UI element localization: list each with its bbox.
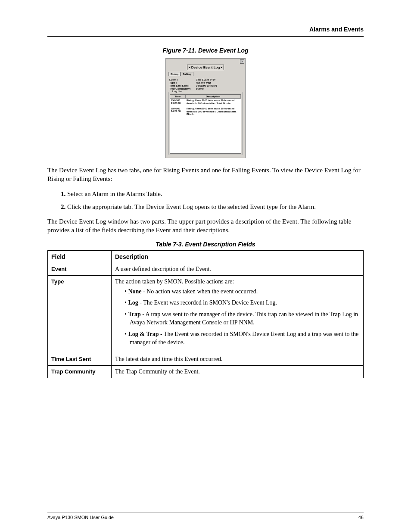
tab-falling[interactable]: Falling [181, 72, 193, 76]
field-trapcomm: Trap Community [48, 365, 112, 378]
footer-page: 46 [358, 515, 364, 520]
table-header-description: Description [112, 250, 364, 263]
desc-type: The action taken by SMON. Possible actio… [112, 275, 364, 353]
section-header: Alarms and Events [47, 26, 364, 33]
figure-wrap: × • Device Event Log • RisingFalling Eve… [47, 58, 364, 158]
log-row-desc: Rising Alarm:2000 delta value 369 crosse… [186, 107, 241, 116]
log-row-desc: Rising Alarm:2000 delta value 374 crosse… [186, 99, 241, 105]
tabs: RisingFalling [168, 72, 245, 76]
type-item-trap: Trap - A trap was sent to the manager of… [125, 311, 360, 327]
paragraph: The Device Event Log window has two part… [47, 217, 364, 235]
tab-rising[interactable]: Rising [168, 72, 181, 76]
device-event-log-window: × • Device Event Log • RisingFalling Eve… [165, 58, 246, 158]
header-rule [47, 36, 364, 37]
table-caption: Table 7-3. Event Description Fields [47, 241, 364, 248]
log-row-time: 15/08/00 14:24:58 [170, 107, 186, 116]
log-list-frame: Log List Time Description 15/08/00 14:24… [168, 92, 243, 155]
type-item-none: None - No action was taken when the even… [125, 288, 360, 296]
step-item: Select an Alarm in the Alarms Table. [67, 190, 364, 198]
log-row-time: 15/08/00 14:24:58 [170, 99, 186, 105]
footer-left: Avaya P130 SMON User Guide [47, 515, 114, 520]
desc-timelast: The latest date and time this Event occu… [112, 353, 364, 365]
desc-trapcomm: The Trap Community of the Event. [112, 365, 364, 378]
meta-label-event: Event : [169, 78, 196, 81]
meta-value-trapcomm: public [196, 87, 204, 90]
field-type: Type [48, 275, 112, 353]
log-head-time: Time [170, 95, 186, 98]
event-meta: Event :Test Event 4444 Type :log and tra… [169, 78, 242, 90]
type-intro: The action taken by SMON. Possible actio… [115, 278, 234, 285]
log-row: 15/08/00 14:24:58 Rising Alarm:2000 delt… [170, 107, 241, 116]
meta-label-timelast: Time Last Sent : [169, 84, 196, 87]
desc-event: A user defined description of the Event. [112, 263, 364, 275]
page-footer: Avaya P130 SMON User Guide 46 [47, 513, 364, 520]
log-head-desc: Description [186, 95, 241, 98]
log-row: 15/08/00 14:24:58 Rising Alarm:2000 delt… [170, 99, 241, 105]
log-list-legend: Log List [171, 90, 183, 93]
type-item-log: Log - The Event was recorded in SMON's D… [125, 299, 360, 307]
field-timelast: Time Last Sent [48, 353, 112, 365]
meta-value-event: Test Event 4444 [196, 78, 215, 81]
table-header-field: Field [48, 250, 112, 263]
footer-rule [47, 513, 364, 513]
close-icon[interactable]: × [240, 59, 244, 64]
step-item: Click the appropriate tab. The Device Ev… [67, 202, 364, 211]
figure-caption: Figure 7-11. Device Event Log [47, 47, 364, 54]
paragraph: The Device Event Log has two tabs, one f… [47, 166, 364, 184]
meta-value-type: log and trap [196, 81, 211, 84]
field-event: Event [48, 263, 112, 275]
window-title: • Device Event Log • [187, 65, 224, 70]
meta-value-timelast: 14/08/00 18:29:01 [196, 84, 217, 87]
meta-label-type: Type : [169, 81, 196, 84]
type-item-logtrap: Log & Trap - The Event was recorded in S… [125, 330, 360, 347]
steps-list: Select an Alarm in the Alarms Table. Cli… [67, 190, 364, 212]
event-description-table: Field Description Event A user defined d… [47, 250, 364, 378]
